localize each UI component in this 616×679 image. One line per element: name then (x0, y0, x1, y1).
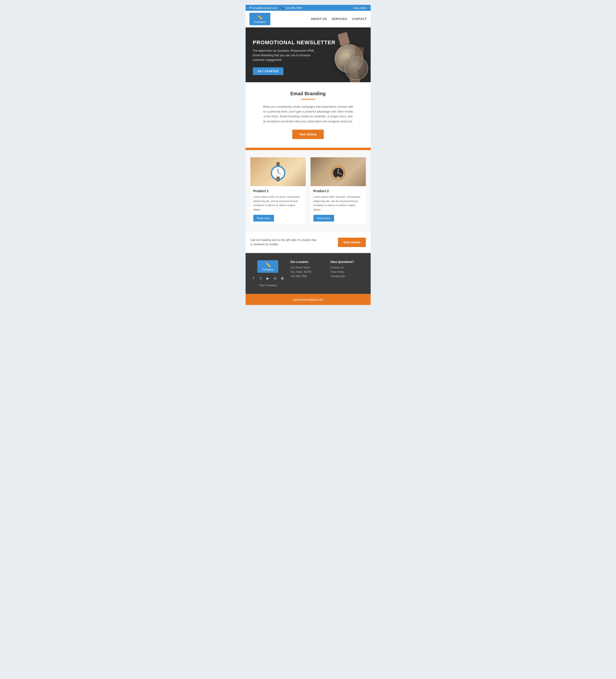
product2-name: Product 2 (314, 189, 363, 193)
phone-number: 123-456-7890 (285, 6, 302, 9)
nav-contact[interactable]: CONTACT (352, 17, 366, 21)
logo-button[interactable]: ✏️ Company (250, 13, 270, 25)
bottom-bar-url[interactable]: www.yourcompany.com (293, 298, 323, 301)
footer-phone: 123-456-7890 (290, 275, 326, 278)
orange-divider (246, 148, 371, 150)
email-address: email@example.com (253, 6, 277, 9)
product-card-1: 12 6 Product 1 Lorem ipsum dolor sit ame… (250, 157, 306, 224)
cta-text: Call out heading text on the left side o… (250, 238, 318, 247)
svg-point-16 (337, 172, 339, 174)
email-container: ✉ email@example.com 📞 123-456-7890 View … (246, 5, 371, 305)
products-grid: 12 6 Product 1 Lorem ipsum dolor sit ame… (250, 157, 366, 224)
footer-location-title: Our Location (290, 260, 326, 264)
product2-body: Product 2 Lorem ipsum dolor sit amet, co… (311, 186, 366, 224)
social-icons: f 𝕏 ▶ in ✿ (251, 276, 285, 281)
hero-title: PROMOTIONAL NEWSLETTER (253, 39, 363, 46)
footer-questions-title: Have Questions? (330, 260, 366, 264)
product-image-2 (311, 157, 366, 186)
footer-grid: ✏️ Company f 𝕏 ▶ in ✿ Your Company Our L… (250, 260, 366, 287)
product1-watch-svg: 12 6 (267, 161, 289, 183)
product1-desc: Lorem ipsum dolor sit amet, consectetur … (253, 195, 303, 212)
footer: ✏️ Company f 𝕏 ▶ in ✿ Your Company Our L… (246, 253, 371, 294)
footer-logo-col: ✏️ Company f 𝕏 ▶ in ✿ Your Company (250, 260, 286, 287)
footer-view-online-link[interactable]: View Online (330, 270, 366, 273)
instagram-icon[interactable]: ✿ (280, 276, 285, 281)
hero-description: The latest from our business. Responsive… (253, 48, 315, 63)
footer-logo-label: Company (262, 268, 273, 271)
nav-services[interactable]: SERVICES (332, 17, 347, 21)
product-card-2: Product 2 Lorem ipsum dolor sit amet, co… (311, 157, 366, 224)
footer-unsubscribe-link[interactable]: Unsubscribe (330, 275, 366, 278)
footer-logo-icon: ✏️ (265, 262, 270, 267)
footer-company-name: Your Company (259, 284, 277, 287)
svg-text:6: 6 (277, 174, 277, 176)
footer-questions-col: Have Questions? Contact Us View Online U… (330, 260, 366, 279)
facebook-icon[interactable]: f (251, 276, 256, 281)
cta-section: Call out heading text on the left side o… (246, 232, 371, 253)
email-icon: ✉ (250, 6, 252, 9)
product1-body: Product 1 Lorem ipsum dolor sit amet, co… (250, 186, 306, 224)
phone-icon: 📞 (281, 6, 284, 9)
branding-title: Email Branding (253, 91, 363, 96)
view-online-link[interactable]: View online (353, 6, 366, 9)
email-contact: ✉ email@example.com (250, 6, 277, 9)
twitter-icon[interactable]: 𝕏 (258, 276, 263, 281)
hero-cta-button[interactable]: GET STARTED (253, 67, 284, 75)
footer-city: City, State, 56789 (290, 270, 326, 273)
footer-location-col: Our Location 123 Street Name City, State… (290, 260, 326, 279)
branding-visit-button[interactable]: Visit Online (292, 130, 324, 139)
top-bar: ✉ email@example.com 📞 123-456-7890 View … (246, 5, 371, 11)
svg-rect-10 (277, 176, 280, 181)
svg-rect-17 (336, 176, 340, 181)
logo-icon: ✏️ (257, 15, 262, 20)
cta-visit-button[interactable]: Visit Online (338, 238, 366, 247)
nav-links: ABOUT US SERVICES CONTACT (311, 17, 366, 21)
logo-label: Company (254, 21, 265, 23)
footer-logo-button[interactable]: ✏️ Company (257, 260, 278, 273)
nav-about-us[interactable]: ABOUT US (311, 17, 327, 21)
svg-text:12: 12 (277, 170, 278, 171)
navigation: ✏️ Company ABOUT US SERVICES CONTACT (246, 11, 371, 27)
youtube-icon[interactable]: ▶ (265, 276, 270, 281)
product1-read-more-button[interactable]: Read more (253, 215, 274, 222)
branding-divider (301, 99, 315, 100)
branding-body: When you consistently create campaigns t… (262, 104, 354, 124)
product-image-1: 12 6 (250, 157, 306, 186)
watch2-face (342, 54, 370, 82)
products-section: 12 6 Product 1 Lorem ipsum dolor sit ame… (246, 150, 371, 231)
phone-contact: 📞 123-456-7890 (281, 6, 302, 9)
hero-section: PROMOTIONAL NEWSLETTER The latest from o… (246, 27, 371, 82)
product2-read-more-button[interactable]: Read more (314, 215, 334, 222)
footer-contact-link[interactable]: Contact Us (330, 266, 366, 269)
branding-section: Email Branding When you consistently cre… (246, 82, 371, 148)
product2-watch-svg (327, 161, 349, 183)
product1-name: Product 1 (253, 189, 303, 193)
linkedin-icon[interactable]: in (272, 276, 278, 281)
bottom-bar: www.yourcompany.com (246, 294, 371, 305)
product2-desc: Lorem ipsum dolor sit amet, consectetur … (314, 195, 363, 212)
watch2-band-top (354, 46, 364, 57)
footer-address: 123 Street Name (290, 266, 326, 269)
